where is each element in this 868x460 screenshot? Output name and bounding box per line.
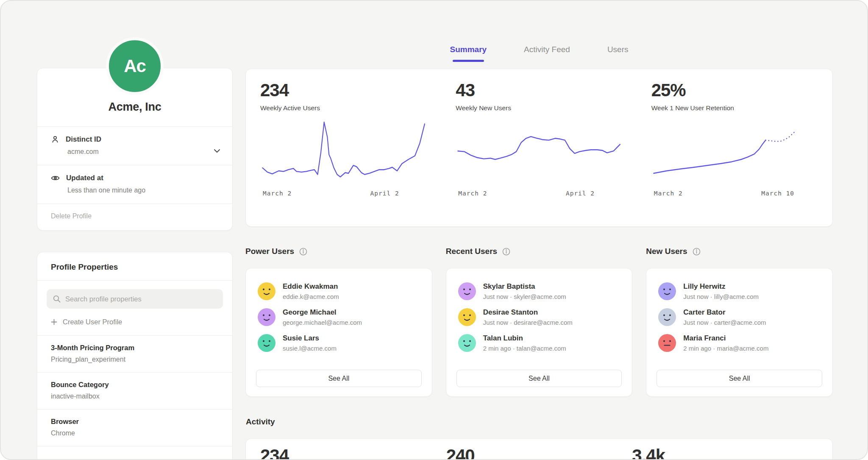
user-name: Skylar Baptista [483,282,566,291]
tab-users[interactable]: Users [607,45,629,62]
user-row[interactable]: Eddie Kwakman eddie.k@acme.com [256,279,422,305]
company-avatar: Ac [106,37,164,95]
updated-at-label: Updated at [66,174,103,182]
power-users-card: Eddie Kwakman eddie.k@acme.com George Mi… [245,268,432,397]
activity-card: 234 240 3.4k [245,438,833,460]
see-all-button[interactable]: See All [657,370,822,387]
activity-stat-value: 240 [446,446,632,460]
user-row[interactable]: Carter Bator Just now · carter@acme.com [657,305,822,331]
x-axis-labels: March 2 April 2 [260,190,427,198]
user-row[interactable]: Skylar Baptista Just now · skyler@acme.c… [456,279,622,305]
stat-week1-retention: 25% Week 1 New User Retention March 2 Ma… [637,80,832,215]
stat-label: Week 1 New User Retention [651,104,818,112]
user-name: Eddie Kwakman [283,282,339,291]
user-name: Talan Lubin [483,334,566,343]
app-frame: Ac Acme, Inc Distinct ID acme.com [0,0,868,460]
info-icon[interactable] [502,248,510,256]
weekly-new-users-sparkline [456,119,622,187]
user-email: george.michael@acme.com [283,319,362,326]
property-row-browser[interactable]: Browser Chrome [37,410,232,446]
company-avatar-initials: Ac [124,56,146,76]
section-title: Recent Users [446,247,497,256]
user-avatar [458,334,476,352]
see-all-button[interactable]: See All [256,370,422,387]
create-user-profile-label: Create User Profile [63,318,122,326]
x-tick-end: April 2 [370,190,399,197]
profile-properties-card: Profile Properties Create User Profile 3… [37,252,233,460]
user-activity-email: Just now · desirare@acme.com [483,319,573,326]
user-avatar [258,334,275,352]
property-label: 3-Month Pricing Program [51,344,219,352]
property-value: inactive-mailbox [51,393,219,400]
distinct-id-label: Distinct ID [66,135,101,144]
user-email: susie.l@acme.com [283,345,337,352]
user-section-headers: Power Users Recent Users New Users [245,247,833,256]
user-activity-email: Just now · skyler@acme.com [483,293,566,300]
property-value: Chrome [51,429,219,437]
activity-stat-value: 234 [260,446,446,460]
stat-value: 25% [651,80,818,100]
search-input[interactable] [65,295,217,303]
user-name: Desirae Stanton [483,308,573,317]
summary-stats-card: 234 Weekly Active Users March 2 April 2 … [245,69,833,227]
user-name: Lilly Herwitz [683,282,759,291]
week1-retention-sparkline [651,119,818,187]
user-avatar [658,308,676,326]
updated-at-row: Updated at Less than one minute ago [37,165,232,204]
property-label: Browser [51,418,219,426]
see-all-button[interactable]: See All [456,370,622,387]
x-axis-labels: March 2 March 10 [651,190,818,198]
user-activity-email: Just now · carter@acme.com [683,319,766,326]
user-row[interactable]: Susie Lars susie.l@acme.com [256,331,422,357]
info-icon[interactable] [693,248,701,256]
distinct-id-value: acme.com [67,148,220,156]
stat-label: Weekly New Users [456,104,622,112]
x-tick-end: April 2 [566,190,595,197]
plus-icon [51,319,57,325]
user-email: eddie.k@acme.com [283,293,339,300]
user-row[interactable]: Lilly Herwitz Just now · lilly@acme.com [657,279,822,305]
eye-icon [51,175,60,181]
profile-properties-search[interactable] [47,289,223,309]
info-icon[interactable] [299,248,307,256]
recent-users-header: Recent Users [446,247,633,256]
chevron-down-icon[interactable] [214,149,220,153]
stat-value: 43 [456,80,622,100]
user-row[interactable]: Talan Lubin 2 min ago · talan@acme.com [456,331,622,357]
x-tick-start: March 2 [654,190,683,197]
user-activity-email: Just now · lilly@acme.com [683,293,759,300]
user-row[interactable]: Maria Franci 2 min ago · maria@acme.com [657,331,822,357]
property-row-pricing-program[interactable]: 3-Month Pricing Program Pricing_plan_exp… [37,336,232,373]
user-activity-email: 2 min ago · maria@acme.com [683,345,768,352]
x-tick-end: March 10 [761,190,794,197]
stat-weekly-active-users: 234 Weekly Active Users March 2 April 2 [246,80,441,215]
stat-weekly-new-users: 43 Weekly New Users March 2 April 2 [441,80,637,215]
tab-activity-feed[interactable]: Activity Feed [524,45,570,62]
user-name: George Michael [283,308,362,317]
tab-summary[interactable]: Summary [450,45,487,62]
user-name: Susie Lars [283,334,337,343]
main-tabs: Summary Activity Feed Users [245,45,833,62]
user-name: Maria Franci [683,334,768,343]
property-row-bounce-category[interactable]: Bounce Category inactive-mailbox [37,373,232,410]
section-title: New Users [646,247,687,256]
user-avatar [258,308,275,326]
user-cards-row: Eddie Kwakman eddie.k@acme.com George Mi… [245,268,833,397]
stat-value: 234 [260,80,427,100]
user-row[interactable]: Desirae Stanton Just now · desirare@acme… [456,305,622,331]
new-users-card: Lilly Herwitz Just now · lilly@acme.com … [646,268,833,397]
activity-stat-value: 3.4k [632,446,818,460]
x-axis-labels: March 2 April 2 [456,190,622,198]
property-label: Bounce Category [51,381,219,389]
user-avatar [258,282,275,300]
weekly-active-users-sparkline [260,119,427,187]
user-avatar [658,334,676,352]
distinct-id-row: Distinct ID acme.com [37,126,232,165]
recent-users-card: Skylar Baptista Just now · skyler@acme.c… [446,268,633,397]
create-user-profile-button[interactable]: Create User Profile [37,311,232,336]
user-avatar [458,308,476,326]
delete-profile-button[interactable]: Delete Profile [37,204,232,230]
user-row[interactable]: George Michael george.michael@acme.com [256,305,422,331]
user-name: Carter Bator [683,308,766,317]
section-title: Power Users [245,247,294,256]
